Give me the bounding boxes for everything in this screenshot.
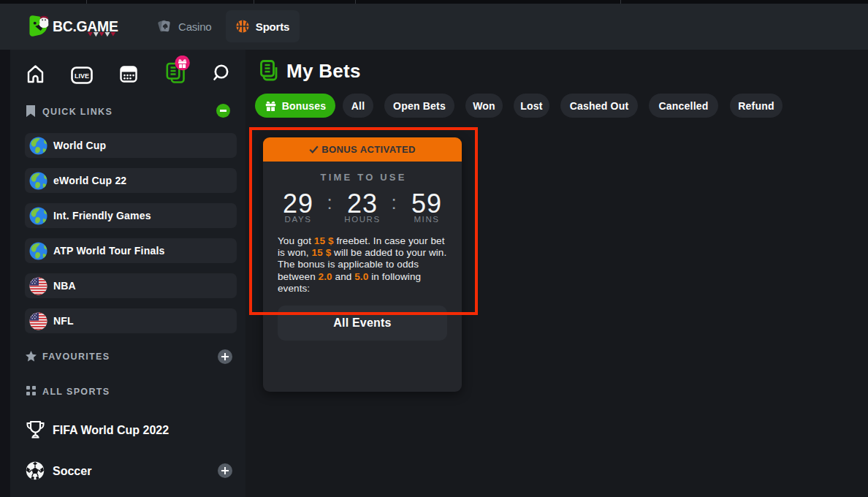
svg-text:LIVE: LIVE (75, 72, 89, 80)
